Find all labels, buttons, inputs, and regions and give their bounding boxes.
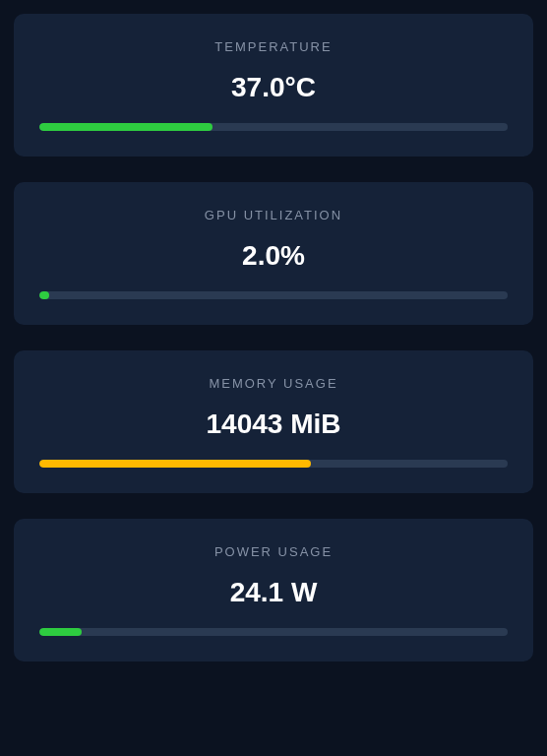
memory-usage-value: 14043 MiB xyxy=(39,409,508,440)
power-usage-title: POWER USAGE xyxy=(39,544,508,559)
memory-usage-progress-track xyxy=(39,460,508,468)
gpu-utilization-progress-track xyxy=(39,291,508,299)
temperature-title: TEMPERATURE xyxy=(39,39,508,54)
memory-usage-card: MEMORY USAGE 14043 MiB xyxy=(14,350,533,493)
temperature-progress-track xyxy=(39,123,508,131)
gpu-utilization-value: 2.0% xyxy=(39,240,508,272)
temperature-progress-fill xyxy=(39,123,213,131)
gpu-utilization-card: GPU UTILIZATION 2.0% xyxy=(14,182,533,325)
memory-usage-progress-fill xyxy=(39,460,311,468)
memory-usage-title: MEMORY USAGE xyxy=(39,376,508,391)
temperature-card: TEMPERATURE 37.0°C xyxy=(14,14,533,157)
gpu-utilization-progress-fill xyxy=(39,291,49,299)
power-usage-progress-fill xyxy=(39,628,82,636)
power-usage-value: 24.1 W xyxy=(39,577,508,608)
power-usage-progress-track xyxy=(39,628,508,636)
gpu-utilization-title: GPU UTILIZATION xyxy=(39,208,508,222)
power-usage-card: POWER USAGE 24.1 W xyxy=(14,519,533,662)
temperature-value: 37.0°C xyxy=(39,72,508,103)
